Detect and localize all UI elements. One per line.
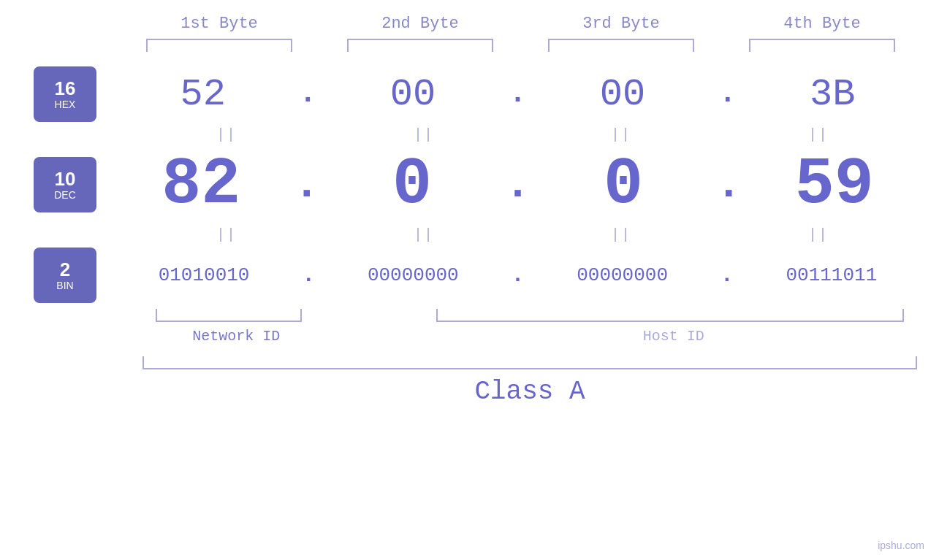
eq-1-2: || xyxy=(351,126,497,143)
byte-headers: 1st Byte 2nd Byte 3rd Byte 4th Byte xyxy=(119,15,923,33)
bin-val-3: 00000000 xyxy=(550,264,696,286)
hex-dot-2: . xyxy=(509,80,526,109)
header-byte4: 4th Byte xyxy=(742,15,902,33)
dec-val-2: 0 xyxy=(339,147,485,222)
hex-text: HEX xyxy=(55,99,76,110)
dec-dot-2: . xyxy=(504,163,531,207)
host-id-label: Host ID xyxy=(440,328,908,345)
bracket-class-a xyxy=(142,356,917,369)
top-brackets xyxy=(119,39,923,52)
dec-dot-1: . xyxy=(294,163,320,207)
bin-text: BIN xyxy=(56,280,73,291)
bin-label-box: 2 BIN xyxy=(34,248,96,303)
bin-val-1: 01010010 xyxy=(131,264,277,286)
header-byte2: 2nd Byte xyxy=(340,15,501,33)
class-a-label: Class A xyxy=(128,377,932,407)
eq-2-3: || xyxy=(548,226,694,243)
header-byte1: 1st Byte xyxy=(139,15,300,33)
dec-row: 10 DEC 82 . 0 . 0 . 59 xyxy=(0,147,939,222)
bracket-top-1 xyxy=(146,39,292,52)
eq-2-2: || xyxy=(351,226,497,243)
eq-2-1: || xyxy=(153,226,300,243)
bin-val-2: 00000000 xyxy=(340,264,486,286)
bin-dot-3: . xyxy=(721,264,734,286)
hex-row: 16 HEX 52 . 00 . 00 . 3B xyxy=(0,66,939,122)
dec-val-1: 82 xyxy=(128,147,274,222)
dec-dot-3: . xyxy=(715,163,742,207)
eq-1-4: || xyxy=(745,126,892,143)
main-container: 1st Byte 2nd Byte 3rd Byte 4th Byte 16 H… xyxy=(0,0,939,560)
bracket-top-2 xyxy=(347,39,493,52)
bin-values-row: 01010010 . 00000000 . 00000000 . 0011101… xyxy=(96,264,939,286)
bracket-network-id xyxy=(156,309,302,322)
bracket-top-4 xyxy=(749,39,895,52)
class-section: Class A xyxy=(128,356,932,407)
bracket-host-id xyxy=(436,309,904,322)
dec-val-3: 0 xyxy=(550,147,696,222)
dec-values-row: 82 . 0 . 0 . 59 xyxy=(96,147,939,222)
bracket-top-3 xyxy=(548,39,694,52)
dec-val-4: 59 xyxy=(761,147,908,222)
network-id-label: Network ID xyxy=(152,328,320,345)
eq-2-4: || xyxy=(745,226,892,243)
dec-label-box: 10 DEC xyxy=(34,157,96,212)
bin-dot-1: . xyxy=(302,264,315,286)
hex-values-row: 52 . 00 . 00 . 3B xyxy=(96,73,939,116)
hex-dot-1: . xyxy=(299,80,316,109)
hex-dot-3: . xyxy=(719,80,737,109)
bin-dot-2: . xyxy=(511,264,524,286)
eq-1-3: || xyxy=(548,126,694,143)
bin-num: 2 xyxy=(60,259,70,280)
hex-val-4: 3B xyxy=(759,73,905,116)
hex-val-2: 00 xyxy=(340,73,486,116)
header-byte3: 3rd Byte xyxy=(541,15,702,33)
bottom-section: Network ID Host ID Class A xyxy=(0,309,939,407)
hex-label-box: 16 HEX xyxy=(34,66,96,122)
equals-row-1: || || || || xyxy=(0,126,939,143)
dec-num: 10 xyxy=(55,169,76,190)
hex-val-1: 52 xyxy=(130,73,276,116)
eq-1-1: || xyxy=(153,126,300,143)
hex-num: 16 xyxy=(55,78,76,99)
equals-row-2: || || || || xyxy=(0,226,939,243)
bin-val-4: 00111011 xyxy=(759,264,905,286)
dec-text: DEC xyxy=(54,189,76,201)
watermark: ipshu.com xyxy=(878,540,924,551)
hex-val-3: 00 xyxy=(550,73,696,116)
bin-row: 2 BIN 01010010 . 00000000 . 00000000 . 0… xyxy=(0,248,939,303)
